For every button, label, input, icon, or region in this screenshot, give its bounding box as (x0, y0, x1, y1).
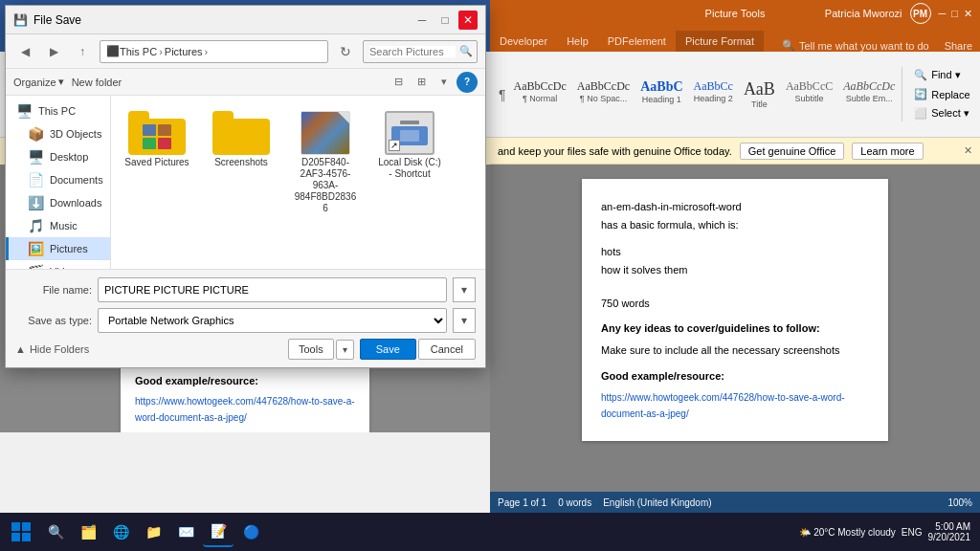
tab-developer[interactable]: Developer (490, 31, 557, 52)
time-display: 5:00 AM (935, 521, 970, 532)
sidebar-item-downloads[interactable]: ⬇️ Downloads (6, 191, 110, 214)
savetype-row: Save as type: Portable Network Graphics … (15, 308, 476, 333)
file-image-uuid[interactable]: D205F840-2AF3-4576-963A-984F8BD28366 (287, 103, 364, 220)
help-btn[interactable]: ? (457, 72, 478, 93)
file-screenshots[interactable]: Screenshots (203, 103, 279, 220)
mail-btn[interactable]: ✉️ (170, 517, 201, 547)
find-btn[interactable]: 🔍Find ▾ (910, 67, 973, 83)
tab-help[interactable]: Help (557, 31, 598, 52)
saved-pictures-icon (128, 109, 186, 157)
view-options-btn[interactable]: ▾ (434, 72, 455, 93)
get-office-btn[interactable]: Get genuine Office (740, 143, 845, 160)
word-taskbar-btn[interactable]: 📝 (203, 517, 234, 547)
savetype-select[interactable]: Portable Network Graphics JPEG BMP TIFF (98, 308, 447, 333)
dialog-title-text: File Save (33, 13, 81, 27)
sidebar-item-desktop[interactable]: 🖥️ Desktop (6, 145, 110, 168)
svg-rect-3 (22, 533, 31, 541)
sidebar-item-3dobjects[interactable]: 📦 3D Objects (6, 122, 110, 145)
tab-pdfelement[interactable]: PDFelement (598, 31, 676, 52)
forward-btn[interactable]: ▶ (42, 40, 65, 63)
dialog-maximize-btn[interactable]: □ (435, 11, 455, 30)
dialog-footer: File name: ▾ Save as type: Portable Netw… (6, 269, 485, 367)
minimize-btn[interactable]: ─ (939, 8, 947, 19)
share-btn[interactable]: Share (937, 40, 980, 52)
path-root: ⬛ (106, 45, 120, 57)
dialog-secondbar: Organize ▾ New folder ⊟ ⊞ ▾ ? (6, 69, 485, 96)
tools-arrow-btn[interactable]: ▾ (336, 340, 354, 360)
footer-buttons: ▲ Hide Folders Tools ▾ Save Cancel (15, 339, 476, 360)
style-heading2[interactable]: AaBbCc Heading 2 (689, 77, 738, 112)
sidebar-item-pictures[interactable]: 🖼️ Pictures (6, 237, 110, 260)
search-icon: 🔍 (459, 45, 473, 57)
taskview-btn[interactable]: 🗂️ (73, 517, 103, 547)
word-titlebar: Picture Tools Patricia Mworozi PM ─ □ ✕ (490, 0, 980, 27)
doc-750words: 750 words (601, 295, 869, 313)
search-box[interactable]: 🔍 (363, 40, 478, 63)
notice-text: and keep your files safe with genuine Of… (498, 145, 732, 157)
tools-btn[interactable]: Tools (288, 339, 334, 360)
dialog-title-icon: 💾 (13, 13, 28, 27)
refresh-btn[interactable]: ↻ (334, 40, 357, 63)
organize-chevron-icon: ▾ (58, 76, 64, 88)
file-saved-pictures[interactable]: Saved Pictures (119, 103, 195, 220)
edge-btn[interactable]: 🌐 (105, 517, 136, 547)
up-btn[interactable]: ↑ (71, 40, 94, 63)
savetype-dropdown-btn[interactable]: ▾ (453, 308, 476, 333)
organize-btn[interactable]: Organize ▾ (13, 76, 64, 88)
office-notice: and keep your files safe with genuine Of… (490, 138, 980, 165)
disk-shortcut-label: Local Disk (C:) - Shortcut (377, 157, 442, 180)
new-folder-btn[interactable]: New folder (72, 77, 122, 88)
sidebar-label-documents: Documents (50, 174, 103, 186)
paragraph-mark[interactable]: ¶ (498, 61, 507, 128)
learn-more-btn[interactable]: Learn more (852, 143, 923, 160)
sidebar-item-documents[interactable]: 📄 Documents (6, 168, 110, 191)
style-heading1[interactable]: AaBbC Heading 1 (635, 77, 687, 112)
filename-dropdown-btn[interactable]: ▾ (453, 277, 476, 302)
dialog-close-btn[interactable]: ✕ (458, 11, 478, 30)
maximize-btn[interactable]: □ (951, 8, 958, 19)
tab-picture-format[interactable]: Picture Format (676, 31, 764, 52)
filename-input[interactable] (98, 277, 447, 302)
sidebar-item-music[interactable]: 🎵 Music (6, 214, 110, 237)
close-btn[interactable]: ✕ (964, 8, 972, 20)
style-subtitle[interactable]: AaBbCcC Subtitle (781, 77, 837, 112)
style-no-spacing[interactable]: AaBbCcDc ¶ No Spac... (572, 77, 635, 112)
start-btn[interactable] (4, 515, 38, 549)
documents-icon: 📄 (28, 172, 44, 187)
path-bar[interactable]: ⬛ This PC › Pictures › (100, 40, 328, 63)
search-tell-me[interactable]: 🔍 Tell me what you want to do (774, 39, 937, 52)
save-btn[interactable]: Save (360, 339, 416, 360)
cancel-btn[interactable]: Cancel (418, 339, 476, 360)
file-localdisk-shortcut[interactable]: ↗ Local Disk (C:) - Shortcut (371, 103, 448, 220)
style-subtle-em[interactable]: AaBbCcDc Subtle Em... (838, 77, 900, 112)
replace-btn[interactable]: 🔄Replace (910, 86, 973, 102)
search-taskbar-btn[interactable]: 🔍 (40, 517, 71, 547)
style-title[interactable]: AaB Title (739, 77, 780, 112)
disk-shortcut-icon: ↗ (381, 109, 438, 157)
filename-label-text: File name: (15, 284, 92, 296)
chrome-btn[interactable]: 🔵 (235, 517, 266, 547)
language-indicator: ENG (902, 527, 923, 538)
view-list-btn[interactable]: ⊟ (388, 72, 409, 93)
notice-close-btn[interactable]: ✕ (964, 144, 972, 157)
style-normal[interactable]: AaBbCcDc ¶ Normal (509, 77, 571, 112)
picture-tools-label: Picture Tools (705, 8, 766, 19)
file-save-dialog: 💾 File Save ─ □ ✕ ◀ ▶ ↑ ⬛ This PC › Pict… (5, 5, 486, 368)
sidebar-item-videos[interactable]: 🎬 Videos (6, 260, 110, 269)
back-btn[interactable]: ◀ (13, 40, 36, 63)
image-uuid-label: D205F840-2AF3-4576-963A-984F8BD28366 (293, 157, 358, 214)
tools-group: Tools ▾ Save Cancel (288, 339, 476, 360)
downloads-icon: ⬇️ (28, 195, 44, 210)
search-input[interactable] (369, 46, 456, 57)
filename-row: File name: ▾ (15, 277, 476, 302)
view-grid-btn[interactable]: ⊞ (411, 72, 432, 93)
sidebar-item-thispc[interactable]: 🖥️ This PC (6, 99, 110, 122)
dialog-minimize-btn[interactable]: ─ (412, 11, 432, 30)
select-btn[interactable]: ⬜Select ▾ (910, 105, 973, 121)
explorer-btn[interactable]: 📁 (138, 517, 168, 547)
music-icon: 🎵 (28, 218, 44, 233)
weather-info: 🌤️ 20°C Mostly cloudy (799, 527, 895, 538)
doc-link[interactable]: https://www.howtogeek.com/447628/how-to-… (601, 389, 869, 422)
hide-folders-btn[interactable]: ▲ Hide Folders (15, 343, 89, 355)
path-sep: › (159, 46, 163, 57)
